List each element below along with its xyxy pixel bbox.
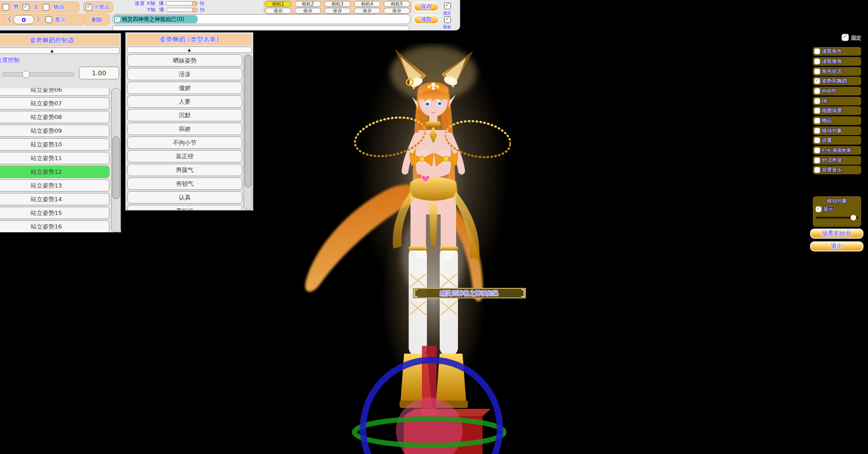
category-item[interactable]: 不拘小节 [127, 136, 242, 149]
menu-checkbox[interactable] [814, 147, 820, 153]
gaze-checkbox[interactable] [85, 4, 93, 11]
scene-init-button[interactable]: 场景初始化 [810, 229, 863, 239]
category-item[interactable]: 病娇 [127, 123, 242, 135]
x-speed-slider-thumb[interactable] [192, 1, 197, 6]
move-object-size-slider[interactable] [816, 217, 858, 219]
pose-item[interactable]: 站立姿势06 [0, 88, 109, 96]
pose-list-scrollbar[interactable] [111, 88, 121, 232]
load-panel-checkbox[interactable] [444, 16, 451, 23]
background-prev-button[interactable]: 《 [5, 16, 11, 24]
background-next-button[interactable]: 》 [36, 16, 43, 24]
menu-item-ik[interactable]: IK [813, 97, 861, 105]
pose-controller-collapse[interactable]: ▲ [0, 47, 120, 54]
save-fixed-checkbox[interactable] [444, 2, 451, 10]
camera-1-button[interactable]: 相机1 [265, 1, 291, 7]
scene-load-button[interactable]: 读取 [413, 15, 439, 24]
category-item[interactable]: 男孩气 [127, 164, 242, 176]
category-item[interactable]: 活泼 [127, 68, 242, 80]
camera-2-save-button[interactable]: 保存 [295, 8, 321, 14]
category-item[interactable]: 看板娘 [127, 205, 242, 210]
female-checkbox[interactable] [22, 4, 30, 11]
menu-checkbox[interactable] [814, 88, 820, 94]
menu-checkbox[interactable] [814, 137, 820, 143]
category-item[interactable]: 人妻 [127, 95, 242, 108]
exit-button[interactable]: 退出 [810, 241, 863, 251]
menu-item-map-scene[interactable]: 地图场景 [813, 106, 861, 115]
x-speed-slider[interactable] [166, 1, 198, 5]
move-object-group: 移动对象 显示 [813, 196, 861, 227]
category-item[interactable]: 装正经 [127, 150, 242, 162]
character-name-field-2[interactable] [112, 26, 410, 31]
category-list-scrollbar[interactable] [244, 54, 252, 210]
camera-4-save-button[interactable]: 保存 [354, 8, 380, 14]
scene-save-button[interactable]: 保存 [413, 2, 439, 11]
pose-item[interactable]: 站立姿势11 [0, 152, 109, 164]
camera-1-save-button[interactable]: 保存 [265, 8, 291, 14]
background-show-checkbox[interactable] [45, 16, 52, 23]
character-name-field[interactable]: 精灵四神将之神狐妲己(0) [112, 14, 411, 24]
camera-4-button[interactable]: 相机4 [354, 1, 380, 7]
menu-fixed-checkbox[interactable] [842, 34, 849, 41]
category-item[interactable]: 傲娇 [127, 82, 242, 94]
character-name-selection[interactable]: 精灵四神将之神狐妲己(0) [114, 15, 198, 23]
pose-item[interactable]: 站立姿势14 [0, 193, 109, 205]
pose-item[interactable]: 站立姿势15 [0, 207, 109, 219]
category-list-scroll-thumb[interactable] [244, 55, 251, 188]
camera-5-button[interactable]: 相机5 [384, 1, 410, 7]
pose-item[interactable]: 站立姿势08 [0, 111, 109, 123]
pose-speed-slider-thumb[interactable] [22, 71, 30, 78]
menu-item-settings[interactable]: 设置 [813, 136, 861, 145]
camera-3-button[interactable]: 相机3 [324, 1, 351, 7]
menu-item-load-character[interactable]: 读取角色 [813, 47, 861, 56]
pose-category-header[interactable]: 姿势舞蹈 (类型名单) [127, 34, 252, 45]
menu-checkbox[interactable] [814, 108, 820, 114]
menu-checkbox[interactable] [814, 167, 820, 173]
y-speed-slider-thumb[interactable] [192, 7, 197, 12]
menu-checkbox[interactable] [814, 98, 820, 104]
menu-checkbox[interactable] [814, 48, 820, 54]
menu-checkbox[interactable] [814, 157, 820, 163]
delete-button[interactable]: 删除 [83, 14, 110, 26]
category-item[interactable]: 认真 [127, 191, 242, 204]
move-object-size-slider-thumb[interactable] [850, 215, 856, 221]
move-object-show-checkbox[interactable] [816, 206, 821, 212]
character-entry-checkbox[interactable] [114, 16, 120, 22]
pose-item-selected[interactable]: 站立姿势12 [0, 166, 109, 178]
item-checkbox[interactable] [42, 4, 50, 11]
pose-list-scroll-thumb[interactable] [112, 136, 120, 199]
pose-item[interactable]: 站立姿势09 [0, 125, 109, 137]
menu-item-items[interactable]: 物品 [813, 116, 861, 125]
pose-speed-value-field[interactable]: 1.00 [79, 67, 119, 79]
menu-item-pose-dance[interactable]: 姿势和舞蹈 [813, 77, 861, 85]
character-name-tag[interactable]: 精灵四神将之神狐妲己 [413, 288, 526, 298]
menu-item-load-clothes[interactable]: 读取服饰 [813, 57, 861, 66]
camera-2-button[interactable]: 相机2 [295, 1, 321, 7]
pose-item[interactable]: 站立姿势10 [0, 138, 109, 151]
menu-checkbox[interactable] [814, 68, 820, 74]
menu-item-character-state[interactable]: 角色状态 [813, 67, 861, 76]
pose-controller-header[interactable]: 姿势舞蹈控制器 [0, 35, 120, 46]
menu-checkbox[interactable] [814, 78, 820, 84]
pose-speed-slider[interactable] [2, 73, 74, 76]
pose-item[interactable]: 站立姿势16 [0, 220, 109, 232]
category-item[interactable]: 有朝气 [127, 177, 242, 190]
camera-5-save-button[interactable]: 保存 [384, 8, 410, 14]
male-checkbox[interactable] [2, 4, 10, 11]
category-item[interactable]: 沉默 [127, 109, 242, 121]
menu-item-move-object[interactable]: 移动对象 [813, 126, 861, 135]
category-item[interactable]: 晒妹姿势 [127, 54, 242, 67]
menu-checkbox[interactable] [814, 118, 820, 124]
pose-item[interactable]: 站立姿势13 [0, 179, 109, 192]
camera-3-save-button[interactable]: 保存 [324, 8, 351, 14]
menu-checkbox[interactable] [814, 58, 820, 64]
pose-item[interactable]: 站立姿势07 [0, 97, 109, 110]
background-index-field[interactable]: 0 [13, 15, 34, 24]
move-gizmo[interactable] [337, 346, 531, 454]
menu-item-dialog-voice[interactable]: 对话声音 [813, 156, 861, 165]
pose-category-collapse[interactable]: ▲ [127, 47, 252, 53]
menu-item-h-action[interactable]: H动作 [813, 87, 861, 95]
menu-checkbox[interactable] [814, 128, 820, 134]
y-speed-slider[interactable] [166, 8, 198, 12]
menu-item-lighting-effects[interactable]: 灯光·画面效果 [813, 146, 861, 155]
menu-item-bgm[interactable]: 背景音乐 [813, 166, 861, 174]
